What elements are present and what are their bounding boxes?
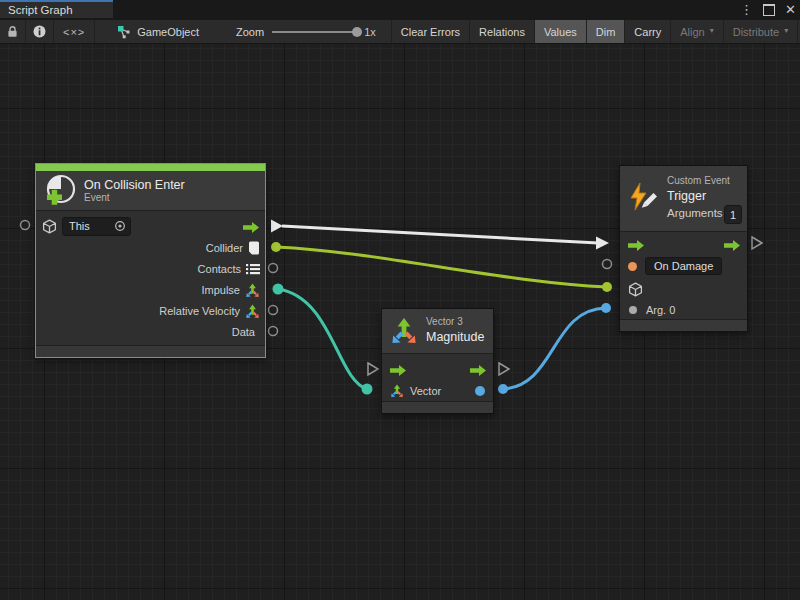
align-label: Align	[680, 26, 704, 38]
port-label: Collider	[206, 242, 243, 254]
tab-bar: Script Graph ⋮ ✕	[0, 0, 800, 20]
arg0-port[interactable]	[629, 306, 637, 314]
values-label: Values	[544, 26, 577, 38]
zoom-label: Zoom	[236, 26, 264, 38]
this-value: This	[69, 220, 90, 232]
distribute-dropdown[interactable]: Distribute ▾	[724, 20, 798, 43]
edit-graph-button[interactable]: <×>	[54, 20, 95, 43]
flow-input-arrow[interactable]	[390, 365, 407, 376]
window-controls: ⋮ ✕	[740, 0, 796, 20]
node-title: Magnitude	[426, 330, 484, 344]
flow-output-arrow[interactable]	[470, 365, 487, 376]
node-category: Custom Event	[667, 175, 730, 186]
port-label: Relative Velocity	[159, 305, 240, 317]
node-header[interactable]: Vector 3 Magnitude	[382, 309, 493, 354]
this-target-field[interactable]: This	[62, 217, 131, 236]
dim-label: Dim	[596, 26, 616, 38]
node-header[interactable]: Custom Event Trigger Arguments 1	[620, 166, 747, 232]
carry-toggle[interactable]: Carry	[625, 20, 671, 43]
on-collision-enter-icon	[43, 174, 77, 208]
node-trigger-custom-event[interactable]: Custom Event Trigger Arguments 1 On Dama…	[619, 165, 748, 332]
event-name-port[interactable]	[628, 262, 637, 271]
gameobject-graph-icon	[117, 25, 131, 39]
port-label: Contacts	[198, 263, 241, 275]
node-vector3-magnitude[interactable]: Vector 3 Magnitude Vector	[381, 308, 494, 414]
flow-input-arrow[interactable]	[628, 240, 645, 251]
port-label: Data	[232, 326, 255, 338]
vector3-icon	[390, 317, 418, 345]
node-header[interactable]: On Collision Enter Event	[36, 171, 265, 211]
vector-input-label: Vector	[410, 385, 441, 397]
arguments-count-field[interactable]: 1	[724, 205, 742, 224]
chevron-down-icon: ▾	[710, 26, 714, 35]
node-footer	[36, 345, 265, 357]
arguments-label: Arguments	[667, 207, 730, 219]
arguments-value: 1	[730, 209, 736, 221]
gameobject-cube-icon[interactable]	[628, 282, 643, 297]
lock-button[interactable]	[0, 20, 26, 43]
info-icon	[33, 25, 46, 38]
gameobject-label: GameObject	[137, 26, 199, 38]
code-icon: <×>	[63, 26, 85, 38]
zoom-value: 1x	[364, 26, 376, 38]
graph-toolbar: <×> GameObject Zoom 1x Clear Errors Rela…	[0, 20, 800, 44]
gameobject-cube-icon	[42, 219, 57, 234]
flow-output-arrow[interactable]	[724, 240, 741, 251]
custom-event-icon	[628, 182, 658, 212]
clear-errors-label: Clear Errors	[401, 26, 460, 38]
lock-icon	[7, 25, 18, 38]
zoom-slider[interactable]	[272, 31, 360, 33]
node-title: Trigger	[667, 189, 730, 203]
vector3-icon	[245, 304, 260, 319]
distribute-label: Distribute	[733, 26, 779, 38]
flow-output-arrow[interactable]	[243, 222, 260, 233]
maximize-icon[interactable]	[763, 4, 775, 16]
collider-icon	[248, 241, 260, 255]
dim-toggle[interactable]: Dim	[587, 20, 626, 43]
node-category: Vector 3	[426, 316, 484, 327]
zoom-slider-handle[interactable]	[352, 27, 362, 37]
tab-script-graph[interactable]: Script Graph	[0, 0, 113, 18]
target-picker-icon[interactable]	[114, 220, 126, 232]
vector3-icon	[245, 283, 260, 298]
close-icon[interactable]: ✕	[785, 0, 796, 20]
tab-title: Script Graph	[8, 4, 73, 16]
more-menu-icon[interactable]: ⋮	[740, 0, 753, 20]
node-footer	[382, 401, 493, 413]
vector3-icon[interactable]	[390, 384, 404, 398]
chevron-down-icon: ▾	[784, 26, 788, 35]
align-dropdown[interactable]: Align ▾	[671, 20, 723, 43]
info-button[interactable]	[26, 20, 54, 43]
port-label: Impulse	[201, 284, 240, 296]
zoom-control: Zoom 1x	[208, 20, 385, 43]
event-name-value: On Damage	[654, 260, 713, 272]
node-title: On Collision Enter	[84, 178, 185, 192]
event-name-field[interactable]: On Damage	[645, 257, 722, 275]
event-accent-bar	[36, 164, 265, 171]
node-footer	[620, 319, 747, 331]
relations-button[interactable]: Relations	[470, 20, 535, 43]
carry-label: Carry	[634, 26, 661, 38]
arg0-label: Arg. 0	[646, 304, 675, 316]
graph-object-button[interactable]: GameObject	[95, 20, 208, 43]
clear-errors-button[interactable]: Clear Errors	[391, 20, 470, 43]
node-subtitle: Event	[84, 192, 185, 203]
contacts-list-icon	[246, 263, 260, 275]
relations-label: Relations	[479, 26, 525, 38]
node-on-collision-enter[interactable]: On Collision Enter Event This Collider C…	[35, 163, 266, 358]
magnitude-output-dot[interactable]	[475, 386, 485, 396]
values-toggle[interactable]: Values	[535, 20, 587, 43]
